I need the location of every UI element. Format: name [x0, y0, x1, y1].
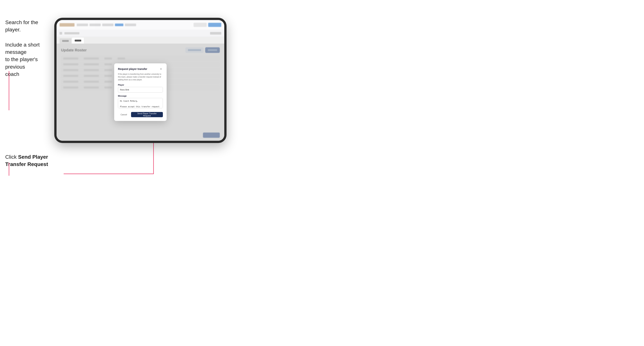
- annotation-click: Click Send PlayerTransfer Request: [5, 153, 54, 168]
- header-logo: [60, 23, 74, 26]
- main-content: Update Roster: [56, 43, 224, 141]
- nav-item-4: [115, 23, 123, 26]
- annotation-search: Search for the player.: [5, 19, 54, 33]
- nav-item-5: [125, 23, 136, 26]
- tablet-screen: Update Roster: [56, 20, 224, 141]
- message-label: Message: [118, 95, 163, 97]
- dialog-description: If the player is transferring from anoth…: [118, 73, 163, 81]
- cancel-button[interactable]: Cancel: [118, 112, 130, 117]
- nav-item-2: [90, 23, 101, 26]
- annotation-line-message: [8, 71, 9, 110]
- player-label: Player: [118, 84, 163, 86]
- annotation-line-click: [8, 163, 9, 176]
- dialog-footer: Cancel Send Player Transfer Request: [118, 112, 163, 117]
- dialog: Request player transfer ✕ If the player …: [114, 63, 166, 121]
- annotation-message: Include a short messageto the player's p…: [5, 41, 54, 78]
- tab-1: [60, 38, 71, 43]
- player-input[interactable]: [118, 87, 163, 93]
- dialog-overlay: Request player transfer ✕ If the player …: [56, 43, 224, 141]
- breadcrumb: [64, 32, 80, 34]
- app-header: [56, 20, 224, 30]
- message-textarea[interactable]: Hi Coach McHarg, Please accept this tran…: [118, 98, 163, 108]
- sub-header-right: [210, 32, 221, 35]
- dialog-title: Request player transfer: [118, 67, 147, 70]
- tabs-bar: [56, 37, 224, 43]
- nav-item-1: [77, 23, 88, 26]
- header-btn-1: [194, 23, 207, 27]
- header-btn-2: [208, 23, 221, 27]
- tablet-device: Update Roster: [54, 18, 226, 143]
- close-icon[interactable]: ✕: [159, 67, 163, 71]
- header-nav: [77, 23, 191, 26]
- sub-header: [56, 30, 224, 37]
- header-actions: [194, 23, 221, 27]
- nav-item-3: [102, 23, 114, 26]
- tab-2: [72, 38, 84, 43]
- dialog-header: Request player transfer ✕: [118, 67, 163, 71]
- send-transfer-button[interactable]: Send Player Transfer Request: [131, 112, 163, 117]
